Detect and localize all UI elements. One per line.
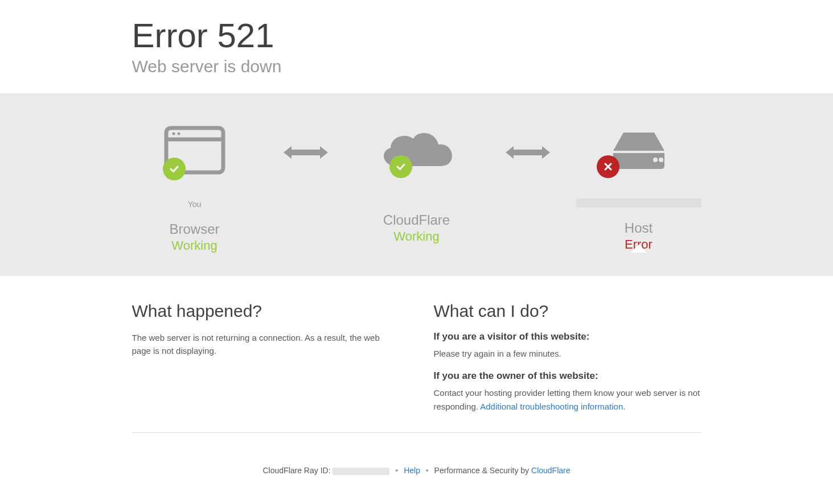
status-item-host: Host Error [576,122,701,252]
separator: • [395,466,398,475]
help-link[interactable]: Help [404,466,420,475]
status-row: You Browser Working [132,122,701,253]
status-item-cloudflare: CloudFlare Working [354,122,479,244]
svg-point-8 [659,158,663,162]
owner-body: Contact your hosting provider letting th… [434,386,701,413]
cloudflare-link[interactable]: CloudFlare [531,466,570,475]
footer: CloudFlare Ray ID: • Help • Performance … [0,450,833,503]
arrow-icon [505,122,551,159]
arrow-icon [283,122,329,159]
host-title: Host [576,220,701,236]
ray-id-label: CloudFlare Ray ID: [263,466,333,475]
divider [132,432,701,433]
cloudflare-title: CloudFlare [354,212,479,228]
owner-heading: If you are the owner of this website: [434,370,701,382]
header-section: Error 521 Web server is down [0,0,833,94]
browser-icon [132,122,257,179]
svg-rect-6 [613,151,664,153]
error-code-title: Error 521 [132,17,701,55]
perf-security-label: Performance & Security by [434,466,531,475]
check-icon [389,155,412,178]
error-subtitle: Web server is down [132,57,701,76]
browser-status: Working [132,238,257,253]
check-icon [163,158,186,180]
status-item-browser: You Browser Working [132,122,257,253]
ray-id-placeholder [333,468,389,475]
troubleshooting-link[interactable]: Additional troubleshooting information [480,402,623,411]
cloudflare-status: Working [354,229,479,244]
status-band: You Browser Working [0,94,833,276]
server-icon [576,122,701,179]
visitor-heading: If you are a visitor of this website: [434,331,701,342]
svg-marker-5 [506,146,550,159]
info-section: What happened? The web server is not ret… [0,276,833,450]
what-happened-column: What happened? The web server is not ret… [132,301,400,413]
svg-marker-4 [284,146,328,159]
you-label: You [132,200,257,209]
what-happened-body: The web server is not returning a connec… [132,331,400,358]
what-can-i-do-column: What can I do? If you are a visitor of t… [434,301,701,413]
svg-point-7 [653,158,658,162]
what-happened-heading: What happened? [132,301,400,321]
x-icon [597,155,619,178]
what-can-i-do-heading: What can I do? [434,301,701,321]
browser-title: Browser [132,221,257,237]
visitor-body: Please try again in a few minutes. [434,347,701,360]
svg-point-3 [177,133,180,135]
pointer-notch [576,245,701,253]
owner-body-suffix: . [623,402,625,411]
svg-point-2 [172,133,175,135]
separator: • [426,466,429,475]
cloud-icon [354,122,479,179]
host-domain-placeholder [576,199,701,208]
